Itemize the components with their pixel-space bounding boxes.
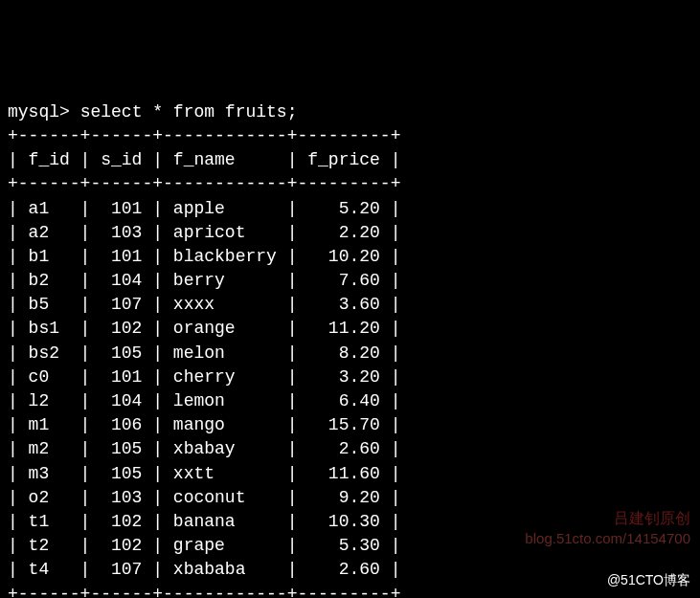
mysql-prompt: mysql>: [8, 102, 80, 122]
table-border-mid: +------+------+------------+---------+: [8, 174, 400, 193]
table-header-row: | f_id | s_id | f_name | f_price |: [8, 150, 400, 169]
table-border-bottom: +------+------+------------+---------+: [8, 585, 400, 599]
table-border-top: +------+------+------------+---------+: [8, 126, 400, 145]
table-body: | a1 | 101 | apple | 5.20 | | a2 | 103 |…: [8, 199, 400, 580]
sql-query: select * from fruits;: [80, 102, 298, 122]
terminal-output: mysql> select * from fruits; +------+---…: [8, 100, 692, 598]
